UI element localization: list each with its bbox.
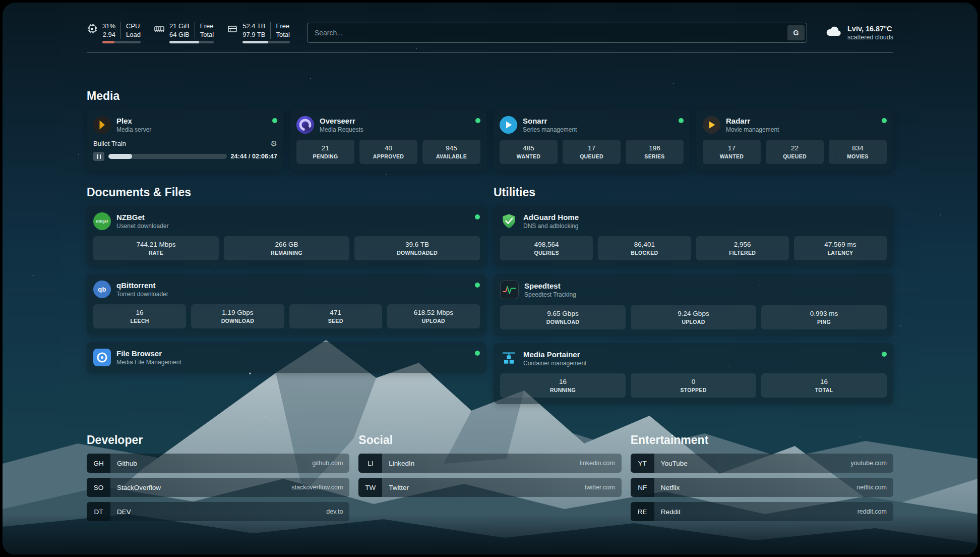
bookmark-url: linkedin.com bbox=[580, 454, 621, 473]
stat-tile: 266 GBREMAINING bbox=[224, 236, 349, 260]
radarr-icon bbox=[703, 116, 720, 134]
service-name: qBittorrent bbox=[116, 281, 168, 290]
system-widgets: 31% CPU 2.94 Load bbox=[87, 22, 290, 43]
service-card-speedtest[interactable]: Speedtest Speedtest Tracking 9.65 GbpsDO… bbox=[494, 274, 893, 336]
stat-tile: 21PENDING bbox=[296, 140, 354, 164]
cpu-load: 2.94 bbox=[102, 30, 120, 39]
service-card-portainer[interactable]: Media Portainer Container management 16R… bbox=[494, 343, 893, 404]
bookmark-abbr: GH bbox=[87, 454, 110, 473]
service-card-nzbget[interactable]: nzbget NZBGet Usenet downloader 744.21 M… bbox=[87, 206, 486, 267]
stat-tile: 22QUEUED bbox=[766, 140, 824, 164]
cpu-label: CPU bbox=[120, 22, 141, 30]
nzbget-icon: nzbget bbox=[93, 212, 111, 230]
bookmark-url: dev.to bbox=[326, 502, 349, 521]
ram-free: 21 GiB bbox=[169, 22, 195, 30]
bookmark-reddit[interactable]: RE Reddit reddit.com bbox=[631, 502, 893, 521]
ram-total: 64 GiB bbox=[169, 30, 195, 39]
status-dot bbox=[882, 352, 887, 357]
search: G bbox=[307, 23, 807, 43]
stat-tile: 0.993 msPING bbox=[761, 305, 887, 329]
status-dot bbox=[475, 351, 480, 356]
memory-icon bbox=[154, 23, 165, 34]
bookmark-url: twitter.com bbox=[585, 478, 622, 497]
service-subtitle: Media Requests bbox=[320, 126, 363, 134]
disk-free-label: Free bbox=[270, 22, 289, 30]
bookmark-name: Github bbox=[110, 454, 312, 473]
bookmark-name: StackOverflow bbox=[110, 478, 291, 497]
status-dot bbox=[272, 118, 277, 123]
service-subtitle: Movie management bbox=[726, 126, 779, 134]
service-name: File Browser bbox=[116, 349, 181, 358]
search-input[interactable] bbox=[307, 23, 807, 43]
disk-progress-bar bbox=[242, 41, 290, 43]
service-card-plex[interactable]: Plex Media server Bullet Train ⚙ 24:44 /… bbox=[87, 109, 284, 171]
stat-tile: 17WANTED bbox=[703, 140, 761, 164]
stat-tile: 1.19 GbpsDOWNLOAD bbox=[191, 304, 284, 328]
service-subtitle: Series management bbox=[523, 126, 577, 134]
now-playing-title: Bullet Train bbox=[93, 140, 126, 147]
settings-gear-icon[interactable]: ⚙ bbox=[271, 140, 277, 147]
adguard-icon bbox=[500, 212, 518, 230]
stat-tile: 618.52 MbpsUPLOAD bbox=[387, 304, 480, 328]
bookmark-name: Reddit bbox=[654, 502, 858, 521]
stat-tile: 86,401BLOCKED bbox=[598, 236, 691, 260]
stat-tile: 16TOTAL bbox=[761, 373, 887, 398]
bookmark-github[interactable]: GH Github github.com bbox=[87, 454, 349, 473]
bookmark-twitter[interactable]: TW Twitter twitter.com bbox=[358, 478, 621, 497]
bookmark-url: stackoverflow.com bbox=[291, 478, 349, 497]
section-entertainment: Entertainment YT YouTube youtube.com NF … bbox=[631, 433, 893, 521]
service-card-filebrowser[interactable]: File Browser Media File Management bbox=[87, 342, 486, 373]
ram-widget: 21 GiB Free 64 GiB Total bbox=[154, 22, 214, 43]
service-card-adguard[interactable]: AdGuard Home DNS and adblocking 498,564Q… bbox=[494, 206, 893, 267]
bookmark-url: youtube.com bbox=[850, 454, 893, 473]
service-card-radarr[interactable]: Radarr Movie management 17WANTED 22QUEUE… bbox=[696, 109, 893, 171]
bookmark-stackoverflow[interactable]: SO StackOverflow stackoverflow.com bbox=[87, 478, 349, 497]
section-title-entertainment: Entertainment bbox=[631, 433, 893, 447]
ram-progress-bar bbox=[169, 41, 214, 43]
bookmark-abbr: SO bbox=[87, 478, 110, 497]
bookmark-url: reddit.com bbox=[858, 502, 893, 521]
stat-tile: 945AVAILABLE bbox=[422, 140, 480, 164]
disk-total: 97.9 TB bbox=[242, 30, 270, 39]
cpu-progress-bar bbox=[102, 41, 141, 43]
section-developer: Developer GH Github github.com SO StackO… bbox=[87, 433, 349, 521]
service-name: AdGuard Home bbox=[523, 213, 579, 222]
stat-tile: 2,956FILTERED bbox=[696, 236, 789, 260]
service-subtitle: Usenet downloader bbox=[116, 222, 168, 230]
stat-tile: 471SEED bbox=[289, 304, 382, 328]
bookmark-abbr: LI bbox=[358, 454, 382, 473]
service-card-qbittorrent[interactable]: qb qBittorrent Torrent downloader 16LEEC… bbox=[87, 274, 486, 335]
weather-location: Lviv, 16.87°C bbox=[847, 25, 893, 33]
service-card-sonarr[interactable]: Sonarr Series management 485WANTED 17QUE… bbox=[493, 109, 690, 171]
service-subtitle: Container management bbox=[523, 360, 586, 367]
stat-tile: 16LEECH bbox=[93, 304, 186, 328]
playback-progress-bar[interactable] bbox=[108, 154, 227, 159]
stat-tile: 485WANTED bbox=[500, 140, 558, 164]
bookmark-abbr: TW bbox=[358, 478, 382, 497]
bookmark-dev[interactable]: DT DEV dev.to bbox=[87, 502, 349, 521]
topbar-divider bbox=[87, 52, 893, 53]
section-title-media: Media bbox=[87, 89, 893, 103]
stat-tile: 16RUNNING bbox=[500, 373, 626, 398]
status-dot bbox=[882, 118, 887, 123]
search-provider-button[interactable]: G bbox=[787, 25, 805, 40]
status-dot bbox=[679, 118, 684, 123]
portainer-icon bbox=[500, 350, 518, 367]
stat-tile: 40APPROVED bbox=[359, 140, 417, 164]
service-name: Plex bbox=[116, 117, 151, 126]
bookmark-youtube[interactable]: YT YouTube youtube.com bbox=[631, 454, 893, 473]
cpu-widget: 31% CPU 2.94 Load bbox=[87, 22, 141, 43]
bookmark-name: Twitter bbox=[382, 478, 585, 497]
status-dot bbox=[475, 118, 480, 123]
service-subtitle: DNS and adblocking bbox=[523, 222, 579, 230]
stat-tile: 17QUEUED bbox=[563, 140, 621, 164]
bookmark-name: Netflix bbox=[654, 478, 857, 497]
bookmark-name: YouTube bbox=[654, 454, 851, 473]
section-utilities: Utilities AdGu bbox=[494, 186, 893, 404]
pause-button[interactable] bbox=[93, 152, 104, 161]
service-name: Sonarr bbox=[523, 117, 577, 126]
service-card-overseerr[interactable]: Overseerr Media Requests 21PENDING 40APP… bbox=[290, 109, 487, 171]
bookmark-linkedin[interactable]: LI LinkedIn linkedin.com bbox=[358, 454, 621, 473]
bookmark-netflix[interactable]: NF Netflix netflix.com bbox=[631, 478, 893, 497]
section-social: Social LI LinkedIn linkedin.com TW Twitt… bbox=[358, 433, 621, 521]
